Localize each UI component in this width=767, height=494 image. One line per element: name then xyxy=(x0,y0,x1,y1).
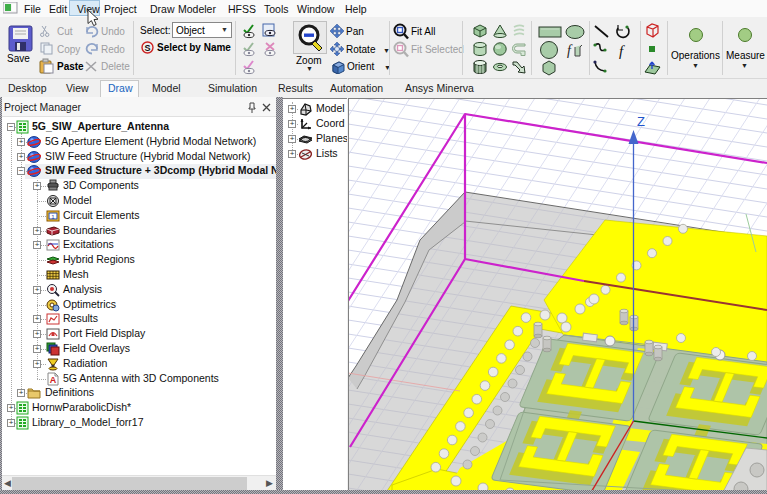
svg-text:A: A xyxy=(50,375,57,385)
svg-text:Z: Z xyxy=(637,114,645,129)
svg-text:S: S xyxy=(144,43,150,53)
svg-text:f: f xyxy=(567,43,573,58)
svg-text:f: f xyxy=(619,43,625,59)
